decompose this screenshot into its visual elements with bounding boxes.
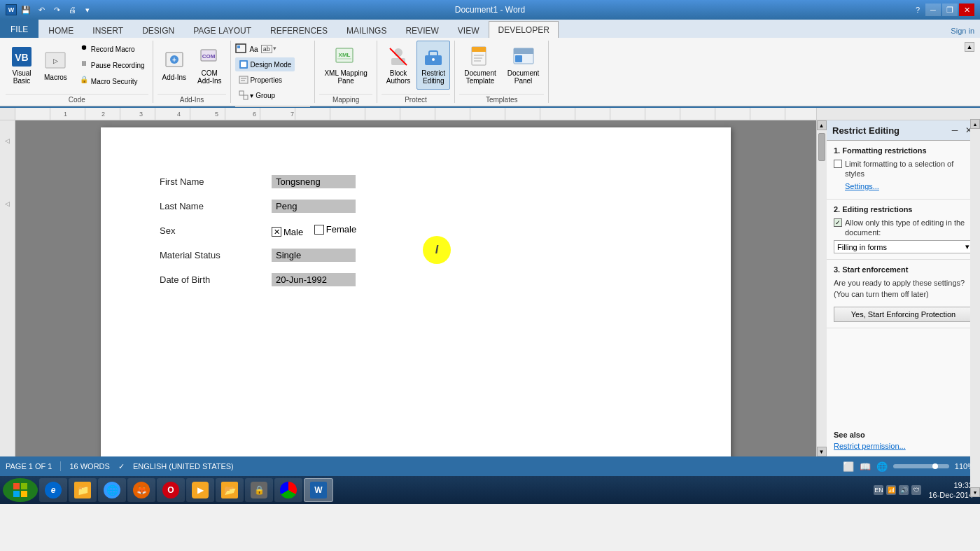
panel-scroll-up[interactable]: ▲ [970, 120, 980, 129]
design-mode-icon [239, 60, 248, 69]
tab-insert[interactable]: INSERT [83, 22, 132, 38]
view-print-layout[interactable]: ⬜ [843, 461, 854, 472]
restrict-editing-button[interactable]: RestrictEditing [416, 41, 450, 90]
restrict-editing-label: RestrictEditing [421, 69, 445, 85]
scroll-up-arrow[interactable]: ▲ [817, 120, 827, 130]
ribbon-expand-button[interactable]: ▲ [965, 42, 974, 52]
svg-text:▷: ▷ [53, 57, 58, 64]
tab-review[interactable]: REVIEW [396, 22, 447, 38]
help-button[interactable]: ? [911, 4, 924, 16]
properties-icon [239, 75, 248, 85]
block-authors-button[interactable]: BlockAuthors [382, 41, 415, 90]
ribbon-group-controls: Aa ab ▾ Design Mode Properties ▾ Grou [231, 41, 315, 103]
taskbar-earth[interactable]: 🌐 [98, 478, 126, 502]
tray-sound-icon: 🔊 [899, 485, 909, 495]
properties-button[interactable]: Properties [235, 73, 286, 87]
sex-female-label: Female [326, 224, 356, 235]
marital-status-field[interactable]: Single [272, 249, 356, 262]
pause-recording-button[interactable]: ⏸ Pause Recording [75, 57, 148, 73]
panel-scroll-track[interactable] [970, 129, 980, 456]
quick-access-undo[interactable]: ↶ [35, 4, 48, 16]
firstname-field[interactable]: Tongsneng [272, 175, 356, 188]
tab-mailings[interactable]: MAILINGS [337, 22, 396, 38]
start-enforcing-button[interactable]: Yes, Start Enforcing Protection [834, 307, 973, 322]
taskbar-chrome[interactable] [274, 478, 302, 502]
document-panel-button[interactable]: DocumentPanel [503, 41, 545, 90]
sex-male-option[interactable]: ✕ Male [272, 227, 303, 237]
group-label: ▾ Group [250, 92, 275, 99]
restrict-permission-link[interactable]: Restrict permission... [834, 442, 973, 450]
formatting-restrictions-title: 1. Formatting restrictions [834, 146, 973, 155]
group-button[interactable]: ▾ Group [235, 88, 279, 102]
com-add-ins-button[interactable]: COM COMAdd-Ins [192, 41, 226, 90]
horizontal-ruler: 1 2 3 4 5 6 7 [15, 108, 816, 120]
svg-rect-12 [241, 62, 246, 67]
vertical-scrollbar[interactable]: ▲ ▼ [816, 120, 826, 456]
sign-in-link[interactable]: Sign in [945, 24, 980, 38]
start-button[interactable] [3, 478, 38, 502]
taskbar-firefox[interactable]: 🦊 [127, 478, 155, 502]
limit-formatting-row: Limit formatting to a selection of style… [834, 159, 973, 179]
minimize-button[interactable]: ─ [925, 4, 941, 16]
zoom-thumb[interactable] [932, 463, 938, 469]
scroll-thumb[interactable] [818, 133, 825, 161]
document-area[interactable]: First Name Tongsneng Last Name Peng Sex [15, 120, 816, 456]
spelling-icon[interactable]: ✓ [118, 462, 125, 471]
settings-link[interactable]: Settings... [845, 182, 973, 190]
macros-button[interactable]: ▷ Macros [39, 41, 72, 90]
pause-recording-icon: ⏸ [78, 60, 90, 71]
quick-access-print[interactable]: 🖨 [66, 4, 78, 16]
record-macro-button[interactable]: ⏺ Record Macro [75, 41, 148, 57]
taskbar-opera[interactable]: O [157, 478, 185, 502]
tab-file[interactable]: FILE [0, 20, 38, 38]
scroll-down-arrow[interactable]: ▼ [817, 447, 827, 456]
document-panel-label: DocumentPanel [507, 69, 540, 85]
taskbar-media[interactable]: ▶ [186, 478, 214, 502]
tab-references[interactable]: REFERENCES [261, 22, 337, 38]
sex-male-checkbox[interactable]: ✕ [272, 227, 281, 237]
quick-access-redo[interactable]: ↷ [50, 4, 63, 16]
quick-access-customize[interactable]: ▾ [81, 4, 94, 16]
visual-basic-button[interactable]: VB VisualBasic [6, 41, 38, 90]
document-page: First Name Tongsneng Last Name Peng Sex [101, 127, 731, 456]
design-mode-label: Design Mode [250, 61, 291, 69]
tab-developer[interactable]: DEVELOPER [489, 21, 558, 38]
zoom-slider[interactable] [893, 464, 949, 468]
page-count: PAGE 1 OF 1 [6, 462, 52, 470]
limit-formatting-checkbox[interactable] [834, 160, 842, 168]
document-template-label: DocumentTemplate [464, 69, 496, 85]
view-reading[interactable]: 📖 [860, 461, 871, 472]
xml-mapping-pane-button[interactable]: XML XML MappingPane [319, 41, 372, 90]
macro-security-button[interactable]: 🔒 Macro Security [75, 74, 148, 89]
panel-minimize-button[interactable]: ─ [949, 125, 960, 136]
taskbar-security[interactable]: 🔒 [245, 478, 273, 502]
taskbar-word[interactable]: W [304, 478, 333, 502]
tab-page-layout[interactable]: PAGE LAYOUT [184, 22, 260, 38]
design-mode-button[interactable]: Design Mode [235, 57, 295, 71]
svg-rect-38 [21, 491, 27, 497]
taskbar-folder[interactable]: 📂 [216, 478, 244, 502]
editing-type-dropdown[interactable]: Filling in forms ▾ [834, 240, 973, 253]
tab-design[interactable]: DESIGN [133, 22, 183, 38]
taskbar-explorer[interactable]: 📁 [69, 478, 97, 502]
sex-female-checkbox[interactable] [314, 225, 324, 235]
dob-field[interactable]: 20-Jun-1992 [272, 273, 356, 286]
sex-female-option[interactable]: Female [314, 224, 356, 235]
lastname-field[interactable]: Peng [272, 200, 356, 213]
panel-scrollbar[interactable]: ▲ ▼ [970, 120, 980, 456]
add-ins-button[interactable]: + Add-Ins [158, 41, 191, 90]
quick-access-save[interactable]: 💾 [20, 4, 32, 16]
tab-home[interactable]: HOME [39, 22, 83, 38]
restore-button[interactable]: ❐ [942, 4, 958, 16]
document-template-button[interactable]: DocumentTemplate [459, 41, 501, 90]
tray-icons: EN 📶 🔊 🛡 [874, 485, 921, 495]
window-title: Document1 - Word [455, 5, 525, 15]
scroll-track[interactable] [817, 130, 827, 447]
taskbar-ie[interactable]: e [39, 478, 67, 502]
field-label-firstname: First Name [157, 169, 269, 194]
allow-editing-checkbox[interactable]: ✓ [834, 218, 842, 227]
view-web[interactable]: 🌐 [876, 461, 888, 472]
language[interactable]: ENGLISH (UNITED STATES) [133, 462, 234, 470]
tab-view[interactable]: VIEW [449, 22, 489, 38]
close-button[interactable]: ✕ [959, 4, 974, 16]
